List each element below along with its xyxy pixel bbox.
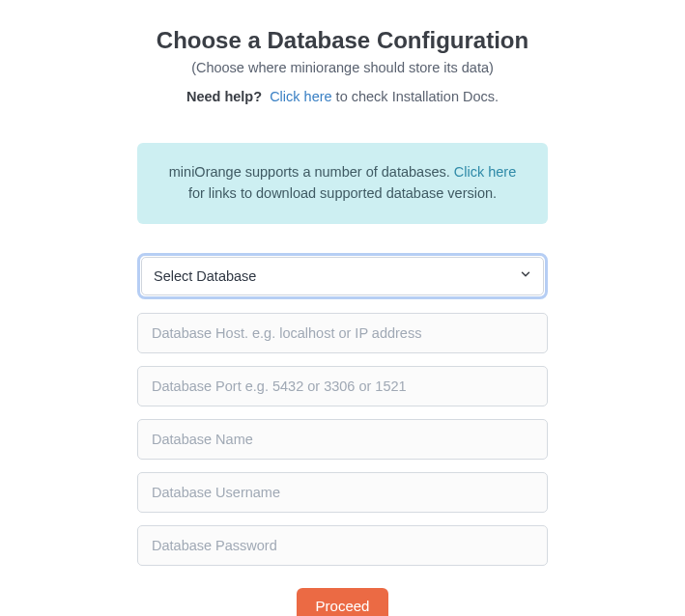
info-text-before: miniOrange supports a number of database…: [169, 164, 454, 180]
help-text: Need help? Click here to check Installat…: [137, 89, 548, 104]
info-text-after: for links to download supported database…: [188, 185, 497, 201]
help-prefix: Need help?: [186, 89, 262, 104]
page-subtitle: (Choose where miniorange should store it…: [137, 60, 548, 75]
database-username-input[interactable]: [137, 472, 548, 513]
page-title: Choose a Database Configuration: [137, 27, 548, 54]
database-port-input[interactable]: [137, 366, 548, 406]
database-name-input[interactable]: [137, 419, 548, 460]
select-database[interactable]: Select Database: [141, 257, 544, 295]
help-link[interactable]: Click here: [270, 89, 331, 104]
info-banner: miniOrange supports a number of database…: [137, 143, 548, 224]
select-database-wrapper: Select Database: [137, 253, 548, 299]
proceed-button[interactable]: Proceed: [297, 588, 389, 617]
database-password-input[interactable]: [137, 525, 548, 566]
database-host-input[interactable]: [137, 313, 548, 353]
help-suffix: to check Installation Docs.: [332, 89, 499, 104]
info-link[interactable]: Click here: [454, 164, 516, 180]
